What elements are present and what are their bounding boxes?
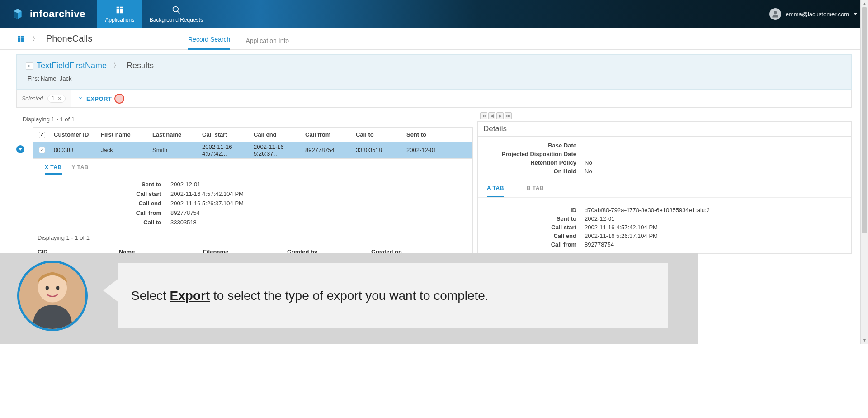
col-sent-to[interactable]: Sent to — [406, 131, 457, 138]
svg-point-5 — [774, 11, 777, 14]
avatar-icon — [769, 8, 781, 20]
d-value-call-end: 2002-11-16 5:26:37.104 PM — [585, 233, 658, 239]
selected-count-pill: 1 ✕ — [47, 95, 66, 103]
cell-last-name: Smith — [152, 147, 202, 153]
meta-label-hold: On Hold — [485, 168, 585, 175]
svg-line-4 — [177, 11, 179, 14]
d-label-sent-to: Sent to — [485, 215, 585, 222]
row-expand-toggle[interactable] — [16, 145, 24, 153]
col-first-name[interactable]: First name — [101, 131, 152, 138]
col-last-name[interactable]: Last name — [152, 131, 202, 138]
user-menu[interactable]: emma@iacustomer.com — [759, 0, 868, 28]
top-header: infoarchive Applications Background Requ… — [0, 0, 868, 28]
selection-indicator: Selected 1 ✕ — [17, 90, 71, 107]
label-call-end: Call end — [33, 200, 170, 207]
breadcrumb-separator-icon: 〉 — [113, 61, 120, 71]
collapse-toggle-icon[interactable] — [26, 62, 33, 70]
cell-call-to: 33303518 — [356, 147, 406, 153]
select-all-checkbox[interactable]: ✓ — [39, 132, 45, 138]
breadcrumb-separator-icon: 〉 — [32, 33, 40, 44]
details-area: ⏮ ◀ ▶ ⏭ Details Base Date Projected Disp… — [477, 112, 864, 260]
speech-bubble-pointer-icon — [103, 279, 118, 302]
filter-summary: First Name: Jack — [17, 75, 851, 89]
brand-name: infoarchive — [30, 8, 85, 20]
d-label-call-start: Call start — [485, 224, 585, 231]
d-label-call-end: Call end — [485, 233, 585, 239]
col-call-from[interactable]: Call from — [305, 131, 356, 138]
scroll-thumb[interactable] — [862, 7, 867, 233]
svg-point-3 — [173, 7, 178, 12]
d-value-call-from: 892778754 — [585, 241, 614, 248]
coach-text-bold: Export — [170, 289, 210, 303]
pane-first-icon[interactable]: ⏮ — [480, 112, 487, 119]
coach-text-post: to select the type of export you want to… — [210, 289, 488, 303]
highlight-marker-icon — [114, 94, 124, 104]
pane-last-icon[interactable]: ⏭ — [505, 112, 512, 119]
details-tab-a[interactable]: A TAB — [487, 180, 504, 197]
table-row[interactable]: ✓ 000388 Jack Smith 2002-11-16 4:57:42… … — [33, 142, 472, 158]
col-call-start[interactable]: Call start — [202, 131, 254, 138]
displaying-text: Displaying 1 - 1 of 1 — [16, 112, 473, 127]
label-call-start: Call start — [33, 190, 170, 197]
d-label-call-from: Call from — [485, 241, 585, 248]
col-customer-id[interactable]: Customer ID — [51, 131, 101, 138]
pane-prev-icon[interactable]: ◀ — [488, 112, 495, 119]
scroll-down-icon[interactable]: ▼ — [861, 337, 868, 344]
pane-next-icon[interactable]: ▶ — [496, 112, 504, 119]
vertical-scrollbar[interactable]: ▲ ▼ — [860, 0, 868, 344]
meta-value-retention: No — [585, 159, 592, 166]
details-title: Details — [478, 122, 851, 137]
cell-customer-id: 000388 — [51, 147, 101, 153]
results-grid-area: Displaying 1 - 1 of 1 ✓ Customer ID Firs… — [16, 112, 473, 260]
svg-point-9 — [46, 286, 49, 290]
cell-call-from: 892778754 — [305, 147, 356, 153]
brand-logo-icon — [12, 8, 24, 20]
brand-block[interactable]: infoarchive — [0, 0, 97, 28]
results-toolbar: Selected 1 ✕ EXPORT — [16, 90, 852, 108]
caret-down-icon — [854, 13, 857, 15]
app-tabs: Record Search Application Info — [188, 28, 289, 50]
label-call-from: Call from — [33, 209, 170, 216]
row-checkbox[interactable]: ✓ — [39, 147, 45, 153]
details-body: IDd70abf80-792a-4778-8e30-6e10855934e1:a… — [478, 198, 851, 253]
coach-text: Select Export to select the type of expo… — [131, 289, 489, 303]
cell-call-end: 2002-11-16 5:26:37… — [254, 143, 305, 157]
svg-point-10 — [56, 286, 59, 290]
cell-call-start: 2002-11-16 4:57:42… — [202, 143, 254, 157]
row-tab-x[interactable]: X TAB — [45, 162, 62, 175]
results-grid: ✓ Customer ID First name Last name Call … — [33, 127, 473, 159]
app-title: PhoneCalls — [46, 33, 92, 44]
meta-label-pdd: Projected Disposition Date — [485, 151, 585, 157]
coach-avatar — [17, 261, 88, 331]
nav-background-requests[interactable]: Background Requests — [142, 0, 210, 28]
details-tab-b[interactable]: B TAB — [527, 180, 544, 197]
results-label: Results — [127, 61, 154, 71]
search-name-link[interactable]: TextFieldFirstName — [37, 61, 107, 71]
scroll-up-icon[interactable]: ▲ — [861, 0, 868, 7]
row-expansion-panel: X TAB Y TAB Sent to2002-12-01 Call start… — [33, 159, 473, 260]
value-call-end: 2002-11-16 5:26:37.104 PM — [170, 200, 244, 207]
user-email: emma@iacustomer.com — [786, 11, 849, 18]
clear-selection-icon[interactable]: ✕ — [57, 96, 61, 102]
app-header-row: 〉 PhoneCalls Record Search Application I… — [0, 28, 868, 50]
export-button[interactable]: EXPORT — [71, 95, 118, 103]
value-call-to: 33303518 — [170, 219, 197, 226]
row-detail-tabs: X TAB Y TAB — [33, 159, 472, 175]
coach-bubble: Select Export to select the type of expo… — [118, 263, 668, 328]
pane-nav-controls: ⏮ ◀ ▶ ⏭ — [477, 112, 864, 121]
row-detail-body: Sent to2002-12-01 Call start2002-11-16 4… — [33, 175, 472, 232]
nav-applications[interactable]: Applications — [97, 0, 142, 28]
col-call-end[interactable]: Call end — [254, 131, 305, 138]
d-value-id: d70abf80-792a-4778-8e30-6e10855934e1:aiu… — [585, 207, 710, 214]
app-icon[interactable] — [16, 34, 25, 43]
person-icon — [19, 263, 85, 329]
row-tab-y[interactable]: Y TAB — [72, 162, 89, 175]
search-context-panel: TextFieldFirstName 〉 Results First Name:… — [16, 54, 852, 90]
tab-application-info[interactable]: Application Info — [245, 32, 289, 50]
value-sent-to: 2002-12-01 — [170, 181, 201, 188]
details-panel: Details Base Date Projected Disposition … — [477, 121, 852, 254]
cell-first-name: Jack — [101, 147, 152, 153]
tab-record-search[interactable]: Record Search — [188, 30, 230, 50]
label-sent-to: Sent to — [33, 181, 170, 188]
col-call-to[interactable]: Call to — [356, 131, 406, 138]
